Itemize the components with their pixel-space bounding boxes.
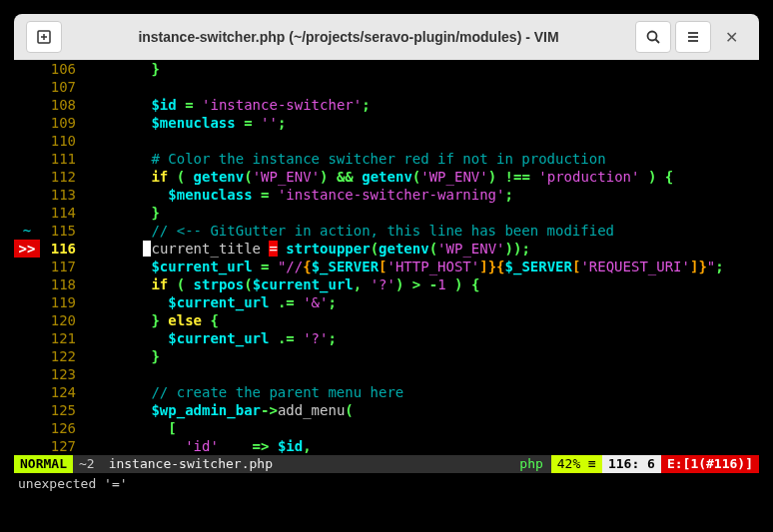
plus-square-icon (36, 29, 52, 45)
gutter-sign (14, 365, 40, 383)
code-line: >>116 current_title = strtoupper(getenv(… (14, 240, 759, 258)
code-content: $wp_admin_bar->add_menu( (84, 401, 759, 419)
search-button[interactable] (635, 21, 671, 53)
menu-button[interactable] (675, 21, 711, 53)
code-line: 125 $wp_admin_bar->add_menu( (14, 401, 759, 419)
gutter-sign (14, 204, 40, 222)
new-tab-button[interactable] (26, 21, 62, 53)
position-indicator: 116: 6 (602, 455, 661, 473)
search-icon (645, 29, 661, 45)
gutter-sign (14, 114, 40, 132)
gutter-sign (14, 78, 40, 96)
line-number: 119 (40, 293, 84, 311)
code-content: $id = 'instance-switcher'; (84, 96, 759, 114)
line-number: 125 (40, 401, 84, 419)
line-number: 109 (40, 114, 84, 132)
code-content (84, 365, 759, 383)
gutter-sign (14, 150, 40, 168)
line-number: 115 (40, 222, 84, 240)
code-content: [ (84, 419, 759, 437)
code-content: // <-- GitGutter in action, this line ha… (84, 222, 759, 240)
line-number: 120 (40, 311, 84, 329)
code-line: 113 $menuclass = 'instance-switcher-warn… (14, 186, 759, 204)
code-content: } (84, 60, 759, 78)
gutter-sign (14, 96, 40, 114)
code-content: # Color the instance switcher red if not… (84, 150, 759, 168)
gutter-sign: ~ (14, 222, 40, 240)
error-indicator: E:[1(#116)] (661, 455, 759, 473)
code-content: current_title = strtoupper(getenv('WP_EN… (84, 240, 759, 258)
code-line: 111 # Color the instance switcher red if… (14, 150, 759, 168)
code-content: $menuclass = 'instance-switcher-warning'… (84, 186, 759, 204)
code-line: 121 $current_url .= '?'; (14, 329, 759, 347)
line-number: 127 (40, 437, 84, 455)
svg-line-4 (656, 40, 660, 44)
code-content (84, 132, 759, 150)
gutter-sign (14, 329, 40, 347)
line-number: 123 (40, 365, 84, 383)
line-number: 110 (40, 132, 84, 150)
percent-indicator: 42% ≡ (551, 455, 602, 473)
line-number: 107 (40, 78, 84, 96)
gutter-sign (14, 60, 40, 78)
code-line: 127 'id' => $id, (14, 437, 759, 455)
code-line: 120 } else { (14, 311, 759, 329)
git-branch-indicator: ~2 (73, 455, 101, 473)
code-line: 123 (14, 365, 759, 383)
code-line: 110 (14, 132, 759, 150)
close-button[interactable]: ✕ (713, 21, 749, 53)
code-content: if ( strpos($current_url, '?') > -1 ) { (84, 275, 759, 293)
gutter-sign (14, 293, 40, 311)
code-line: 108 $id = 'instance-switcher'; (14, 96, 759, 114)
code-content: } (84, 347, 759, 365)
window-titlebar: instance-switcher.php (~/projects/seravo… (14, 14, 759, 60)
code-content: $current_url .= '?'; (84, 329, 759, 347)
gutter-sign (14, 401, 40, 419)
code-line: 109 $menuclass = ''; (14, 114, 759, 132)
line-number: 121 (40, 329, 84, 347)
code-content: } else { (84, 311, 759, 329)
line-number: 108 (40, 96, 84, 114)
svg-point-3 (648, 32, 657, 41)
gutter-sign (14, 275, 40, 293)
window-title: instance-switcher.php (~/projects/seravo… (64, 29, 633, 45)
line-number: 117 (40, 258, 84, 275)
code-line: 107 (14, 78, 759, 96)
line-number: 124 (40, 383, 84, 401)
code-line: 124 // create the parent menu here (14, 383, 759, 401)
filetype-indicator: php (511, 455, 550, 473)
code-content: if ( getenv('WP_ENV') && getenv('WP_ENV'… (84, 168, 759, 186)
line-number: 111 (40, 150, 84, 168)
line-number: 116 (40, 240, 84, 258)
code-line: 114 } (14, 204, 759, 222)
code-line: 126 [ (14, 419, 759, 437)
mode-indicator: NORMAL (14, 455, 73, 473)
close-icon: ✕ (725, 28, 738, 47)
code-content: $current_url = "//{$_SERVER['HTTP_HOST']… (84, 258, 759, 275)
code-line: 112 if ( getenv('WP_ENV') && getenv('WP_… (14, 168, 759, 186)
gutter-sign (14, 186, 40, 204)
code-content: $menuclass = ''; (84, 114, 759, 132)
code-line: 119 $current_url .= '&'; (14, 293, 759, 311)
gutter-sign (14, 168, 40, 186)
message-line: unexpected '=' (14, 473, 759, 495)
code-content (84, 78, 759, 96)
code-content: 'id' => $id, (84, 437, 759, 455)
line-number: 114 (40, 204, 84, 222)
code-line: ~115 // <-- GitGutter in action, this li… (14, 222, 759, 240)
code-content: } (84, 204, 759, 222)
gutter-sign: >> (14, 240, 40, 258)
code-content: // create the parent menu here (84, 383, 759, 401)
line-number: 106 (40, 60, 84, 78)
gutter-sign (14, 258, 40, 275)
code-line: 118 if ( strpos($current_url, '?') > -1 … (14, 275, 759, 293)
line-number: 118 (40, 275, 84, 293)
editor-area[interactable]: 106 }107108 $id = 'instance-switcher';10… (14, 60, 759, 499)
code-line: 122 } (14, 347, 759, 365)
code-content: $current_url .= '&'; (84, 293, 759, 311)
filename-indicator: instance-switcher.php (101, 455, 512, 473)
gutter-sign (14, 419, 40, 437)
line-number: 113 (40, 186, 84, 204)
line-number: 122 (40, 347, 84, 365)
gutter-sign (14, 132, 40, 150)
